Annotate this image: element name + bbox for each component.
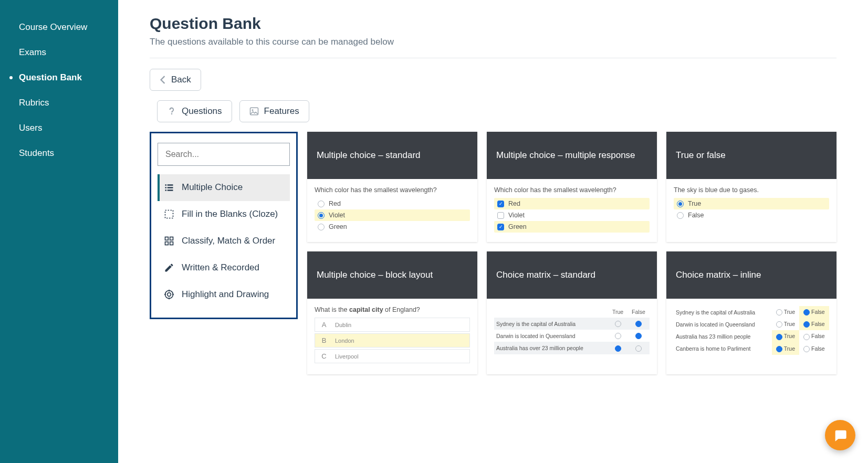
tab-features[interactable]: Features [239,100,309,122]
dashed-box-icon [164,209,174,219]
svg-rect-6 [170,242,173,245]
sidebar-item-label: Course Overview [19,22,87,32]
card-mc-standard[interactable]: Multiple choice – standard Which color h… [307,132,477,242]
type-item-label: Multiple Choice [182,182,284,194]
checkbox-icon [497,224,504,230]
sidebar-item-rubrics[interactable]: Rubrics [0,90,118,115]
card-title: Choice matrix – standard [487,251,657,299]
card-body: Which color has the smallest wavelength?… [307,179,477,242]
sidebar: Course Overview Exams Question Bank Rubr… [0,0,118,463]
option-label: Dublin [335,322,351,328]
search-input[interactable] [158,143,290,166]
option: True [674,198,829,209]
svg-rect-2 [165,211,173,218]
col-header: True [608,306,628,318]
card-body: TrueFalse Sydney is the capital of Austr… [487,299,657,364]
tab-questions[interactable]: Questions [157,100,232,122]
question-text: The sky is blue due to gases. [674,186,829,194]
question-text: Which color has the smallest wavelength? [494,186,650,194]
type-item-written-recorded[interactable]: Written & Recorded [158,255,290,281]
radio-icon [318,212,325,219]
svg-point-7 [165,291,173,299]
card-body: What is the capital city of England? ADu… [307,299,477,374]
type-item-fill-blanks[interactable]: Fill in the Blanks (Cloze) [158,201,290,228]
option-label: Violet [508,212,525,219]
card-title: Multiple choice – multiple response [487,132,657,179]
svg-rect-5 [165,242,169,245]
option-label: Violet [329,212,345,219]
sidebar-item-users[interactable]: Users [0,115,118,141]
svg-rect-4 [170,237,173,240]
option-letter: C [319,352,329,360]
list-icon [164,182,174,193]
type-item-multiple-choice[interactable]: Multiple Choice [158,174,290,201]
matrix-statement: Darwin is located in Queensland [494,330,608,342]
sidebar-item-label: Rubrics [19,98,49,108]
radio-icon [776,346,782,352]
card-choice-matrix-standard[interactable]: Choice matrix – standard TrueFalse Sydne… [487,251,657,374]
divider [150,58,836,58]
card-choice-matrix-inline[interactable]: Choice matrix – inline Sydney is the cap… [666,251,836,374]
question-text: What is the capital city of England? [315,306,470,313]
target-icon [164,289,174,300]
option: False [674,209,829,221]
sidebar-item-students[interactable]: Students [0,141,118,166]
matrix-statement: Australia has 23 million people [674,330,772,342]
card-body: Sydney is the capital of Australia True … [666,299,836,364]
sidebar-item-course-overview[interactable]: Course Overview [0,15,118,40]
question-mark-icon [167,107,176,116]
option-label: Liverpool [335,353,359,360]
matrix-table: TrueFalse Sydney is the capital of Austr… [494,306,650,354]
chat-widget-button[interactable] [825,420,855,450]
card-body: The sky is blue due to gases. True False [666,179,836,230]
option-label: True [688,200,701,207]
type-item-highlight-drawing[interactable]: Highlight and Drawing [158,281,290,308]
option-label: Green [329,223,347,230]
card-mc-multiple-response[interactable]: Multiple choice – multiple response Whic… [487,132,657,242]
radio-icon [318,224,325,230]
option-label: London [335,338,354,344]
radio-icon [635,333,642,339]
radio-icon [635,321,642,327]
question-text: Which color has the smallest wavelength? [315,186,470,194]
option-label: Green [508,223,527,230]
radio-icon [803,321,810,328]
option: Red [315,198,470,209]
radio-icon [776,321,782,328]
main-content: Question Bank The questions available to… [118,0,868,463]
type-item-label: Fill in the Blanks (Cloze) [182,208,284,220]
card-mc-block-layout[interactable]: Multiple choice – block layout What is t… [307,251,477,374]
sidebar-item-label: Users [19,123,42,133]
back-button[interactable]: Back [150,69,201,91]
radio-icon [635,345,642,352]
card-body: Which color has the smallest wavelength?… [487,179,657,242]
radio-icon [318,201,325,207]
option-label: Red [329,200,341,207]
svg-point-1 [252,109,253,111]
type-item-classify-match-order[interactable]: Classify, Match & Order [158,228,290,255]
radio-icon [776,309,782,315]
type-item-label: Written & Recorded [182,262,284,274]
radio-icon [615,333,621,339]
sidebar-item-question-bank[interactable]: Question Bank [0,65,118,90]
card-true-false[interactable]: True or false The sky is blue due to gas… [666,132,836,242]
option: Violet [315,209,470,221]
option-letter: B [319,336,329,344]
question-type-panel: Multiple Choice Fill in the Blanks (Cloz… [150,132,298,319]
sidebar-item-label: Exams [19,47,46,57]
image-icon [249,107,259,116]
svg-point-8 [168,293,171,297]
svg-rect-3 [165,237,169,240]
option: Red [494,198,650,209]
sidebar-item-exams[interactable]: Exams [0,40,118,65]
chat-icon [833,428,848,443]
card-title: Multiple choice – standard [307,132,477,179]
radio-icon [803,346,810,352]
chevron-left-icon [160,76,166,84]
block-option: ADublin [315,318,470,332]
option-label: Red [508,200,520,207]
radio-icon [803,334,810,340]
checkbox-icon [497,201,504,207]
block-option: CLiverpool [315,349,470,363]
question-cards-grid: Multiple choice – standard Which color h… [307,132,836,374]
